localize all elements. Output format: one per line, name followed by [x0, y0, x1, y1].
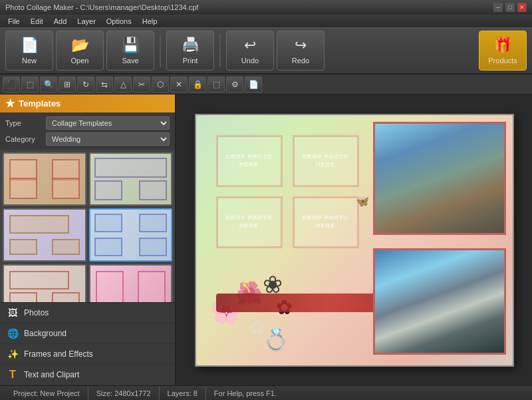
sec-btn-mirror[interactable]: ⬡ [152, 77, 169, 93]
left-panel: ★ Templates Type Collage Templates Calen… [0, 95, 176, 385]
sec-btn-delete[interactable]: ✕ [170, 77, 188, 93]
secondary-toolbar: ⬛ ⬚ 🔍 ⊞ ↻ ⇆ △ ✂ ⬡ ✕ 🔒 ⬚ ⚙ 📄 [0, 75, 532, 95]
collage-canvas: 🌸 🌺 ✿ ❀ ✿ 🦋 🦋 💍 DROP PHOTOHERE DROP PHOT… [195, 114, 514, 367]
menu-edit[interactable]: Edit [25, 16, 49, 27]
type-row: Type Collage Templates Calendar Template… [5, 116, 170, 130]
sec-btn-page[interactable]: 📄 [245, 77, 262, 93]
category-select[interactable]: Wedding Birthday Travel Family Nature [46, 132, 170, 146]
sec-btn-rotate[interactable]: ↻ [77, 77, 94, 93]
menu-bar: File Edit Add Layer Options Help [0, 15, 532, 28]
drop-text-3: DROP PHOTOHERE [225, 214, 272, 230]
print-icon: 🖨️ [182, 37, 200, 54]
frames-label: Frames and Effects [24, 349, 93, 359]
type-label: Type [5, 119, 42, 127]
layers-label: Layers: 8 [168, 389, 198, 397]
template-item-5[interactable] [3, 264, 86, 302]
photos-icon: 🖼 [7, 307, 19, 319]
main-toolbar: 📄 New 📂 Open 💾 Save 🖨️ Print ↩ Undo ↪ Re… [0, 28, 532, 75]
template-item-3[interactable] [3, 208, 86, 262]
title-text: Photo Collage Maker - C:\Users\manager\D… [5, 3, 198, 11]
open-label: Open [71, 57, 89, 65]
save-icon: 💾 [122, 37, 140, 54]
menu-options[interactable]: Options [101, 16, 137, 27]
minimize-button[interactable]: ─ [493, 3, 503, 12]
menu-file[interactable]: File [3, 16, 25, 27]
menu-layer[interactable]: Layer [72, 16, 101, 27]
menu-add[interactable]: Add [49, 16, 72, 27]
background-label: Background [24, 329, 66, 338]
nav-photos[interactable]: 🖼 Photos [0, 303, 175, 323]
nav-frames[interactable]: ✨ Frames and Effects [0, 344, 175, 365]
template-item-1[interactable] [3, 152, 86, 206]
template-item-4[interactable] [89, 208, 173, 262]
drop-text-4: DROP PHOTOHERE [302, 214, 348, 230]
new-button[interactable]: 📄 New [5, 31, 53, 71]
save-button[interactable]: 💾 Save [106, 31, 154, 71]
redo-label: Redo [292, 57, 309, 65]
photo-frame-5[interactable] [373, 122, 506, 235]
template-item-2[interactable] [89, 152, 173, 206]
sec-btn-move[interactable]: ⬛ [3, 77, 20, 93]
photo-frame-2[interactable]: DROP PHOTOHERE [293, 135, 359, 187]
panel-controls: Type Collage Templates Calendar Template… [0, 112, 175, 150]
star-icon: ★ [5, 97, 15, 110]
new-icon: 📄 [21, 37, 39, 54]
sec-btn-crop[interactable]: ✂ [133, 77, 150, 93]
redo-icon: ↪ [295, 37, 307, 54]
open-button[interactable]: 📂 Open [56, 31, 104, 71]
panel-title: Templates [19, 99, 61, 108]
category-label: Category [5, 135, 42, 143]
template-item-6[interactable] [89, 264, 173, 302]
type-select[interactable]: Collage Templates Calendar Templates Car… [46, 116, 170, 130]
sec-btn-lock[interactable]: 🔒 [189, 77, 206, 93]
open-icon: 📂 [71, 37, 89, 54]
help-label: For Help, press F1. [214, 389, 277, 397]
template-grid-container[interactable] [0, 150, 175, 302]
sec-btn-flip-h[interactable]: ⇆ [96, 77, 113, 93]
photo-frame-3[interactable]: DROP PHOTOHERE [216, 196, 283, 248]
frames-icon: ✨ [7, 348, 19, 360]
menu-help[interactable]: Help [137, 16, 163, 27]
nav-background[interactable]: 🌐 Background [0, 323, 175, 344]
help-status: For Help, press F1. [206, 386, 285, 400]
redo-button[interactable]: ↪ Redo [277, 31, 325, 71]
text-label: Text and Clipart [24, 370, 79, 379]
products-label: Products [488, 57, 517, 65]
status-bar: Project: New Project Size: 2480x1772 Lay… [0, 385, 532, 400]
photo-frame-1[interactable]: DROP PHOTOHERE [216, 135, 283, 187]
sec-btn-select[interactable]: ⬚ [21, 77, 39, 93]
close-button[interactable]: ✕ [517, 3, 527, 12]
drop-text-1: DROP PHOTOHERE [225, 153, 272, 168]
template-grid [3, 152, 172, 302]
nav-text[interactable]: T Text and Clipart [0, 365, 175, 385]
toolbar-separator-2 [219, 34, 221, 67]
products-button[interactable]: 🎁 Products [479, 31, 527, 71]
print-button[interactable]: 🖨️ Print [166, 31, 214, 71]
drop-text-2: DROP PHOTOHERE [302, 153, 348, 168]
sec-btn-fit[interactable]: ⊞ [59, 77, 76, 93]
layers-status: Layers: 8 [160, 386, 206, 400]
window-controls: ─ □ ✕ [493, 3, 527, 12]
undo-button[interactable]: ↩ Undo [226, 31, 274, 71]
panel-header: ★ Templates [0, 95, 175, 112]
sec-btn-crop2[interactable]: ⬚ [207, 77, 225, 93]
project-status: Project: New Project [5, 386, 88, 400]
category-row: Category Wedding Birthday Travel Family … [5, 132, 170, 146]
undo-label: Undo [241, 57, 259, 65]
sec-btn-triangle[interactable]: △ [114, 77, 132, 93]
background-icon: 🌐 [7, 327, 19, 339]
photos-label: Photos [24, 308, 49, 317]
title-bar: Photo Collage Maker - C:\Users\manager\D… [0, 0, 532, 15]
products-icon: 🎁 [494, 37, 512, 54]
print-label: Print [183, 57, 198, 65]
photo-frame-6[interactable] [373, 248, 506, 355]
main-layout: ★ Templates Type Collage Templates Calen… [0, 95, 532, 385]
sec-btn-zoom[interactable]: 🔍 [40, 77, 57, 93]
toolbar-separator-1 [160, 34, 161, 67]
sec-btn-settings[interactable]: ⚙ [226, 77, 243, 93]
photo-frame-4[interactable]: DROP PHOTOHERE [293, 196, 359, 248]
maximize-button[interactable]: □ [505, 3, 515, 12]
save-label: Save [122, 57, 138, 65]
canvas-area[interactable]: 🌸 🌺 ✿ ❀ ✿ 🦋 🦋 💍 DROP PHOTOHERE DROP PHOT… [176, 95, 532, 385]
bottom-nav: 🖼 Photos 🌐 Background ✨ Frames and Effec… [0, 302, 175, 385]
